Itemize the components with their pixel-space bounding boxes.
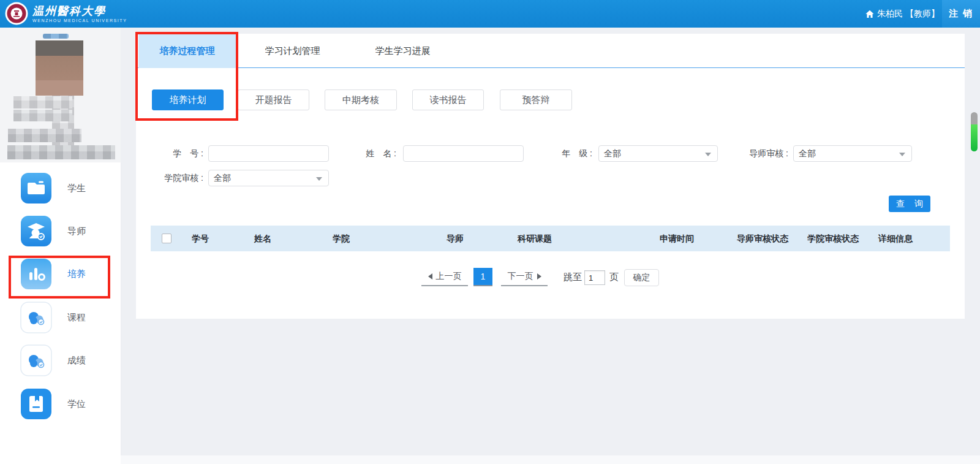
user-name: 朱柏民: [877, 9, 903, 20]
scrollbar-thumb-top: [971, 112, 978, 124]
mentor-review-label: 导师审核 :: [721, 145, 788, 162]
scrollbar-thumb-green: [971, 124, 978, 151]
column-student-id: 学号: [192, 226, 209, 251]
mentor-icon: [20, 215, 52, 247]
button-cultivation-plan[interactable]: 培养计划: [152, 89, 224, 110]
column-mentor: 导师: [447, 226, 464, 251]
blurred-text-line: [13, 96, 72, 108]
college-review-label: 学院审核 :: [148, 170, 203, 186]
sidebar-item-label: 培养: [67, 268, 86, 280]
home-icon[interactable]: [865, 9, 875, 19]
logout-button[interactable]: 注 销: [942, 0, 980, 28]
button-pre-defense[interactable]: 预答辩: [500, 89, 572, 110]
jump-page-input[interactable]: [584, 270, 605, 285]
button-reading-report[interactable]: 读书报告: [412, 89, 484, 110]
cloud-icon: [20, 344, 52, 376]
sidebar-item-mentors[interactable]: 导师: [0, 215, 121, 248]
university-logo: 温州醫科大學 WENZHOU MEDICAL UNIVERSITY: [5, 2, 127, 25]
grade-select-value: 全部: [604, 148, 621, 158]
next-page-button[interactable]: 下一页: [501, 268, 548, 286]
grade-select[interactable]: 全部: [598, 145, 718, 162]
sidebar-item-degree[interactable]: 学位: [0, 387, 121, 420]
button-midterm-assessment[interactable]: 中期考核: [325, 89, 397, 110]
prev-arrow-icon: [428, 273, 432, 280]
blurred-text-line: [8, 129, 81, 142]
grade-label: 年 级 :: [543, 145, 592, 162]
column-college-review-status: 学院审核状态: [807, 226, 859, 251]
button-proposal-report[interactable]: 开题报告: [238, 89, 309, 110]
user-avatar[interactable]: [36, 40, 83, 96]
column-mentor-review-status: 导师审核状态: [737, 226, 788, 251]
next-page-label: 下一页: [508, 271, 533, 282]
blurred-text-line: [13, 110, 72, 121]
column-detail-info: 详细信息: [878, 226, 913, 251]
column-research-topic: 科研课题: [518, 226, 552, 251]
sidebar-menu: 学生 导师 培养: [0, 162, 121, 464]
cloud-icon: [20, 302, 52, 333]
prev-page-label: 上一页: [436, 271, 462, 282]
book-icon: [20, 388, 52, 420]
name-input[interactable]: [403, 145, 524, 162]
horizontal-scrollbar-track[interactable]: [121, 455, 980, 464]
current-page-button[interactable]: 1: [473, 268, 492, 286]
sidebar-item-label: 学生: [67, 183, 86, 194]
tab-study-plan[interactable]: 学习计划管理: [236, 34, 349, 68]
select-all-checkbox[interactable]: [162, 234, 172, 243]
user-info: 朱柏民 【教师】: [865, 0, 940, 28]
college-review-select-value: 全部: [214, 173, 231, 183]
jump-to-label: 跳至: [564, 268, 582, 286]
sidebar-item-label: 成绩: [67, 355, 86, 367]
tab-cultivation-process[interactable]: 培养过程管理: [138, 34, 236, 68]
top-header: 温州醫科大學 WENZHOU MEDICAL UNIVERSITY 朱柏民 【教…: [0, 0, 980, 28]
page-scrollbar[interactable]: [971, 112, 978, 151]
sidebar-item-students[interactable]: 学生: [0, 172, 121, 205]
mentor-review-select[interactable]: 全部: [793, 145, 912, 162]
user-role-badge: 【教师】: [905, 9, 940, 20]
mentor-review-select-value: 全部: [799, 148, 816, 158]
university-name-cn: 温州醫科大學: [32, 5, 127, 17]
column-college: 学院: [333, 226, 350, 251]
page-unit-label: 页: [609, 268, 619, 286]
profile-panel: [0, 28, 121, 162]
next-arrow-icon: [537, 273, 541, 280]
search-button[interactable]: 查 询: [889, 196, 930, 212]
confirm-button[interactable]: 确定: [624, 269, 659, 286]
university-emblem-icon: [5, 2, 28, 25]
blurred-text-line: [7, 145, 115, 159]
college-review-select[interactable]: 全部: [208, 170, 329, 186]
folder-icon: [20, 172, 52, 204]
chevron-down-icon: [316, 177, 322, 181]
sidebar-item-courses[interactable]: 课程: [0, 301, 121, 334]
name-label: 姓 名 :: [347, 145, 396, 162]
chevron-down-icon: [705, 153, 711, 156]
table-header-row: 学号 姓名 学院 导师 科研课题 申请时间 导师审核状态 学院审核状态 详细信息: [151, 226, 950, 251]
prev-page-button[interactable]: 上一页: [421, 268, 468, 286]
chevron-down-icon: [899, 153, 905, 156]
main-content: 培养过程管理 学习计划管理 学生学习进展 培养计划 开题报告 中期考核 读书报告…: [136, 34, 965, 319]
student-id-input[interactable]: [208, 145, 329, 162]
bar-chart-icon: [20, 258, 52, 290]
sidebar-item-label: 课程: [67, 312, 86, 324]
column-name: 姓名: [254, 226, 271, 251]
student-id-label: 学 号 :: [154, 145, 203, 162]
column-apply-time: 申请时间: [660, 226, 694, 251]
sidebar-item-label: 导师: [67, 226, 86, 237]
sidebar-item-cultivation[interactable]: 培养: [0, 257, 121, 291]
tab-student-progress[interactable]: 学生学习进展: [349, 34, 456, 68]
university-name: 温州醫科大學 WENZHOU MEDICAL UNIVERSITY: [32, 5, 127, 23]
sidebar-item-grades[interactable]: 成绩: [0, 344, 121, 377]
university-name-en: WENZHOU MEDICAL UNIVERSITY: [32, 18, 127, 23]
sidebar-item-label: 学位: [67, 398, 86, 410]
tab-bar: 培养过程管理 学习计划管理 学生学习进展: [136, 34, 965, 68]
blurred-decoration: [43, 34, 69, 39]
app-window: 温州醫科大學 WENZHOU MEDICAL UNIVERSITY 朱柏民 【教…: [0, 0, 980, 464]
